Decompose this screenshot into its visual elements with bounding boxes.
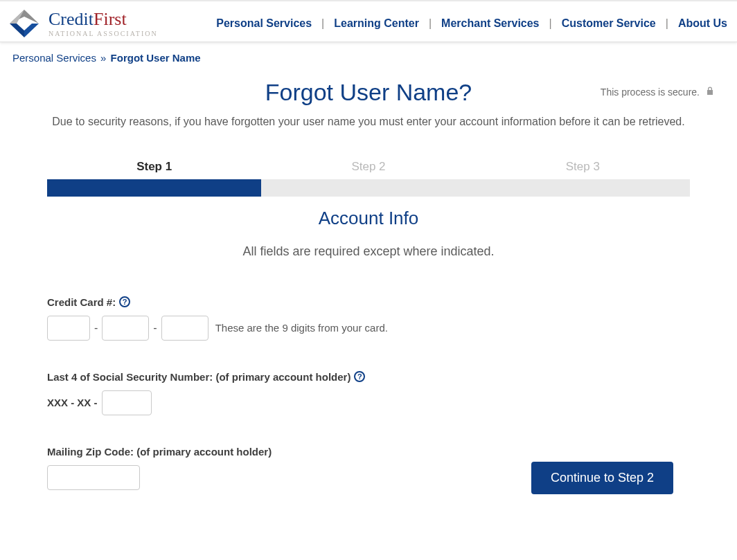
- credit-card-help-icon[interactable]: ?: [119, 296, 130, 307]
- submit-row: Continue to Step 2: [531, 462, 673, 494]
- step-1-label: Step 1: [47, 160, 261, 179]
- section-title: Account Info: [22, 208, 715, 229]
- ssn-label: Last 4 of Social Security Number: (of pr…: [47, 371, 350, 383]
- zip-input[interactable]: [47, 465, 140, 490]
- continue-step2-button[interactable]: Continue to Step 2: [531, 462, 673, 494]
- brand-logo[interactable]: CreditFirst NATIONAL ASSOCIATION: [4, 7, 165, 40]
- svg-marker-2: [10, 24, 24, 37]
- progress-segment-3: [476, 179, 690, 197]
- diamond-logo-icon: [4, 7, 44, 40]
- ssn-field-group: Last 4 of Social Security Number: (of pr…: [47, 371, 690, 415]
- brand-word-2: First: [94, 9, 127, 29]
- title-row: Forgot User Name? This process is secure…: [22, 79, 715, 106]
- nav-about-us[interactable]: About Us: [668, 17, 737, 30]
- credit-card-part-1-input[interactable]: [47, 316, 90, 341]
- secure-note: This process is secure.: [601, 86, 715, 98]
- credit-card-inputs: - - These are the 9 digits from your car…: [47, 316, 690, 341]
- nav-learning-center[interactable]: Learning Center: [324, 17, 429, 30]
- ssn-last4-input[interactable]: [102, 390, 152, 415]
- dash-separator: -: [149, 322, 161, 334]
- step-progress-bar: [47, 179, 690, 197]
- brand-text: CreditFirst NATIONAL ASSOCIATION: [48, 10, 158, 37]
- breadcrumb: Personal Services » Forgot User Name: [0, 42, 737, 68]
- zip-label: Mailing Zip Code: (of primary account ho…: [47, 446, 272, 458]
- step-labels: Step 1 Step 2 Step 3: [47, 160, 690, 179]
- credit-card-field-group: Credit Card #: ? - - These are the 9 dig…: [47, 296, 690, 341]
- svg-marker-3: [24, 24, 39, 37]
- credit-card-part-2-input[interactable]: [102, 316, 149, 341]
- page-intro: Due to security reasons, if you have for…: [22, 116, 715, 128]
- nav-customer-service[interactable]: Customer Service: [552, 17, 666, 30]
- ssn-label-row: Last 4 of Social Security Number: (of pr…: [47, 371, 365, 383]
- step-3-label: Step 3: [476, 160, 690, 179]
- progress-segment-2: [261, 179, 475, 197]
- breadcrumb-parent[interactable]: Personal Services: [12, 52, 96, 64]
- brand-word-1: Credit: [48, 9, 94, 29]
- credit-card-part-3-input[interactable]: [161, 316, 208, 341]
- top-navigation-bar: CreditFirst NATIONAL ASSOCIATION Persona…: [0, 0, 737, 42]
- nav-personal-services[interactable]: Personal Services: [206, 17, 321, 30]
- breadcrumb-separator-icon: »: [99, 52, 107, 64]
- step-2-label: Step 2: [261, 160, 475, 179]
- credit-card-hint: These are the 9 digits from your card.: [215, 322, 388, 334]
- breadcrumb-current: Forgot User Name: [111, 52, 201, 64]
- account-info-form: Credit Card #: ? - - These are the 9 dig…: [47, 296, 690, 490]
- lock-icon: [705, 86, 715, 98]
- section-subtitle: All fields are required except where ind…: [22, 244, 715, 259]
- credit-card-label: Credit Card #:: [47, 296, 116, 308]
- primary-nav: Personal Services | Learning Center | Me…: [206, 17, 737, 30]
- ssn-prefix: XXX - XX -: [47, 397, 98, 408]
- nav-merchant-services[interactable]: Merchant Services: [432, 17, 549, 30]
- page-content: Forgot User Name? This process is secure…: [0, 79, 737, 490]
- brand-tagline: NATIONAL ASSOCIATION: [48, 30, 158, 37]
- ssn-inputs: XXX - XX -: [47, 390, 690, 415]
- ssn-help-icon[interactable]: ?: [354, 371, 365, 382]
- dash-separator: -: [90, 322, 102, 334]
- progress-segment-1: [47, 179, 261, 197]
- secure-text: This process is secure.: [601, 87, 700, 98]
- credit-card-label-row: Credit Card #: ?: [47, 296, 130, 308]
